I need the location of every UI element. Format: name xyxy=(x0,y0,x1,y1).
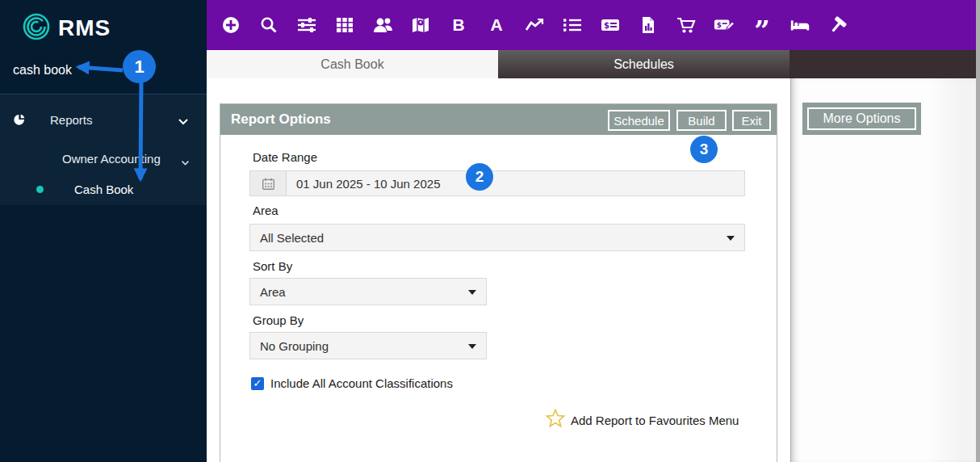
caret-down-icon xyxy=(468,290,476,295)
tab-schedules[interactable]: Schedules xyxy=(498,50,789,78)
vertical-scrollbar[interactable] xyxy=(976,0,980,462)
sort-by-value: Area xyxy=(260,285,286,299)
include-classifications-checkbox[interactable]: ✓ xyxy=(251,377,264,390)
hammer-icon[interactable] xyxy=(827,15,848,36)
money-edit-icon[interactable]: $ xyxy=(714,15,735,36)
money-card-icon[interactable]: $ xyxy=(600,15,621,36)
bold-b-icon[interactable]: B xyxy=(448,15,469,36)
letter-a-icon[interactable]: A xyxy=(486,15,507,36)
annotation-badge-2: 2 xyxy=(466,163,493,191)
quotes-icon[interactable]: ” xyxy=(752,15,773,36)
group-by-value: No Grouping xyxy=(260,339,329,353)
caret-down-icon xyxy=(468,344,476,349)
include-classifications-label: Include All Account Classifications xyxy=(270,376,453,390)
active-item-dot-icon xyxy=(36,186,44,193)
calendar-icon xyxy=(250,171,287,195)
sidebar-item-reports[interactable]: Reports xyxy=(0,107,207,132)
sort-by-label: Sort By xyxy=(253,259,292,273)
people-icon[interactable] xyxy=(372,15,393,36)
sidebar-item-owner-accounting[interactable]: Owner Accounting xyxy=(0,146,207,170)
area-value: All Selected xyxy=(260,231,324,245)
exit-button[interactable]: Exit xyxy=(732,110,771,131)
more-options-panel: More Options xyxy=(790,78,980,462)
more-options-button[interactable]: More Options xyxy=(802,103,921,135)
build-button[interactable]: Build xyxy=(676,110,727,131)
bold-b-glyph: B xyxy=(452,15,464,35)
sidebar-item-label: Owner Accounting xyxy=(62,152,161,166)
cart-icon[interactable] xyxy=(676,15,697,36)
add-to-favourites[interactable]: Add Report to Favourites Menu xyxy=(545,408,739,432)
search-icon[interactable] xyxy=(258,15,279,36)
report-document-icon[interactable] xyxy=(638,15,659,36)
app-window: RMS Reports Owner Accounting xyxy=(0,0,980,462)
date-range-label: Date Range xyxy=(253,150,317,164)
star-icon xyxy=(545,408,566,432)
sidebar-item-label: Reports xyxy=(50,113,93,127)
checklist-icon[interactable] xyxy=(562,15,583,36)
line-chart-icon[interactable] xyxy=(524,15,545,36)
rms-logo-text: RMS xyxy=(58,15,111,41)
caret-down-icon xyxy=(727,236,735,241)
rms-logo-icon xyxy=(21,11,52,45)
rms-logo[interactable]: RMS xyxy=(21,11,111,45)
sidebar-item-label: Cash Book xyxy=(74,183,133,196)
area-dropdown[interactable]: All Selected xyxy=(249,224,745,251)
pie-chart-icon xyxy=(13,113,26,126)
sidebar-menu: Reports Owner Accounting Cash Book xyxy=(0,94,207,205)
grid-icon[interactable] xyxy=(334,15,355,36)
more-options-label: More Options xyxy=(807,107,916,130)
tab-label: Cash Book xyxy=(320,57,383,72)
chevron-down-icon xyxy=(178,115,189,128)
sidebar: RMS Reports Owner Accounting xyxy=(0,0,207,462)
map-icon[interactable] xyxy=(410,15,431,36)
panel-title: Report Options xyxy=(231,111,331,128)
schedule-button[interactable]: Schedule xyxy=(608,110,670,131)
report-options-header: Report Options Schedule Build Exit xyxy=(220,104,777,135)
sliders-icon[interactable] xyxy=(296,15,317,36)
svg-text:$: $ xyxy=(604,21,609,30)
svg-text:$: $ xyxy=(717,21,722,29)
group-by-label: Group By xyxy=(253,313,304,327)
group-by-dropdown[interactable]: No Grouping xyxy=(249,332,487,359)
tab-bar: Cash Book Schedules xyxy=(207,50,980,78)
letter-a-glyph: A xyxy=(490,15,502,35)
bed-icon[interactable] xyxy=(789,15,810,36)
date-range-field[interactable]: 01 Jun 2025 - 10 Jun 2025 xyxy=(249,170,745,196)
chevron-down-icon xyxy=(181,155,190,169)
top-toolbar: B A $ $ ” F xyxy=(207,0,980,50)
quotes-glyph: ” xyxy=(754,27,770,35)
annotation-badge-1: 1 xyxy=(123,50,156,83)
tab-label: Schedules xyxy=(614,57,674,72)
tab-cash-book[interactable]: Cash Book xyxy=(207,50,498,78)
add-to-favourites-label: Add Report to Favourites Menu xyxy=(571,414,739,427)
include-classifications-row[interactable]: ✓ Include All Account Classifications xyxy=(251,376,453,390)
plus-circle-icon[interactable] xyxy=(220,15,241,36)
main-content: Report Options Schedule Build Exit Date … xyxy=(207,78,980,462)
area-label: Area xyxy=(253,204,279,217)
sort-by-dropdown[interactable]: Area xyxy=(249,278,487,305)
sidebar-item-cash-book[interactable]: Cash Book xyxy=(0,177,207,201)
date-range-value: 01 Jun 2025 - 10 Jun 2025 xyxy=(296,177,440,191)
annotation-badge-3: 3 xyxy=(690,136,718,163)
